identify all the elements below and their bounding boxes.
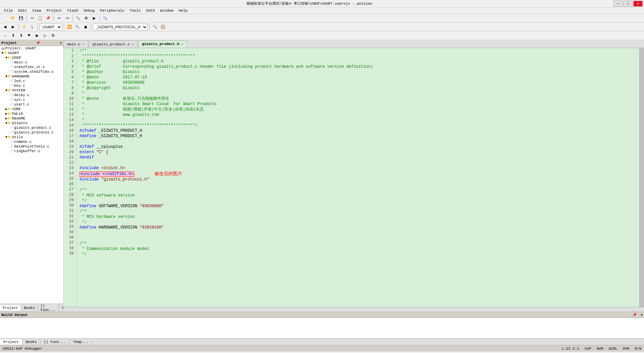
open-button[interactable]: 📂 bbox=[9, 15, 17, 22]
cut-button[interactable]: ✂ bbox=[28, 15, 36, 22]
tree-item-common-c[interactable]: 📄common.c bbox=[0, 139, 63, 144]
tb2-compile[interactable]: 🔧 bbox=[74, 23, 81, 31]
debug-button[interactable]: ▶ bbox=[91, 15, 98, 22]
menu-item-window[interactable]: Window bbox=[158, 8, 176, 13]
tb2-stop[interactable]: ⏹ bbox=[82, 23, 89, 31]
project-tree[interactable]: 🗂 Project: USART ▼📁USART▼📁USER📄main.c📄st… bbox=[0, 46, 63, 304]
tb3-btn4[interactable]: ⚑ bbox=[25, 32, 33, 39]
line-number: 14 bbox=[66, 117, 74, 123]
bottom-tab-1[interactable]: Books bbox=[22, 339, 40, 345]
save-button[interactable]: 💾 bbox=[17, 15, 25, 22]
tab-close-icon[interactable]: ✕ bbox=[83, 42, 85, 46]
tree-item-system-stm32f10x-c[interactable]: 📄system_stm32f10x.c bbox=[0, 69, 63, 74]
menu-item-tools[interactable]: Tools bbox=[127, 8, 143, 13]
tree-label: sys.c bbox=[14, 98, 25, 102]
menu-item-flash[interactable]: Flash bbox=[64, 8, 81, 13]
code-line: #ifdef __cplusplus bbox=[79, 144, 641, 149]
tb3-btn3[interactable]: ⬇ bbox=[17, 32, 25, 39]
panel-tab-project[interactable]: Project bbox=[0, 305, 21, 311]
tree-label: USER bbox=[12, 56, 21, 60]
tree-item-sys-c[interactable]: 📄sys.c bbox=[0, 97, 63, 102]
tb3-btn2[interactable]: ⬆ bbox=[9, 32, 17, 39]
tab-close-icon[interactable]: ✕ bbox=[132, 42, 134, 46]
line-number: 36 bbox=[66, 235, 74, 240]
menu-item-svcs[interactable]: SVCS bbox=[143, 8, 157, 13]
build-button[interactable]: 🔨 bbox=[74, 15, 82, 22]
tb3-btn1[interactable]: → bbox=[1, 32, 9, 39]
build-close-icon[interactable]: ✕ bbox=[640, 313, 643, 317]
close-button[interactable]: ✕ bbox=[633, 1, 643, 7]
tb2-btn2[interactable]: ▶ bbox=[9, 23, 17, 31]
bottom-tab-0[interactable]: Project bbox=[0, 339, 22, 345]
tb2-stepover[interactable]: ⤵ bbox=[28, 23, 36, 31]
tb2-btn1[interactable]: ◀ bbox=[1, 23, 9, 31]
bottom-tab-3[interactable]: Temp... bbox=[69, 339, 92, 345]
tree-root[interactable]: 🗂 Project: USART bbox=[0, 46, 63, 51]
paste-button[interactable]: 📌 bbox=[44, 15, 52, 22]
tree-item-core[interactable]: ▶📁CORE bbox=[0, 107, 63, 111]
code-line: * @author Gizwits bbox=[79, 69, 641, 75]
protocol-select[interactable]: _GIZWITS_PROTOCOL_H bbox=[93, 24, 148, 30]
tb2-step[interactable]: ⚡ bbox=[20, 23, 28, 31]
target-select[interactable]: USART bbox=[39, 24, 62, 30]
undo-button[interactable]: ↩ bbox=[55, 15, 63, 22]
maximize-button[interactable]: □ bbox=[623, 1, 633, 7]
panel-tab-books[interactable]: Books bbox=[21, 305, 38, 311]
tree-item-led-c[interactable]: 📄led.c bbox=[0, 79, 63, 83]
line-number: 10 bbox=[66, 96, 74, 101]
tree-item-utils[interactable]: ▼📁Utils bbox=[0, 135, 63, 139]
tab-gizwits-product-c[interactable]: gizwits_product.c✕ bbox=[89, 40, 138, 48]
code-line bbox=[79, 139, 641, 144]
redo-button[interactable]: ↪ bbox=[63, 15, 71, 22]
code-text[interactable]: /** ************************************… bbox=[77, 48, 644, 307]
menu-item-edit[interactable]: Edit bbox=[15, 8, 29, 13]
panel-close-icon[interactable]: ✕ bbox=[59, 41, 62, 45]
tree-item-gizwits[interactable]: ▼📁Gizwits bbox=[0, 121, 63, 125]
editor-vscroll[interactable] bbox=[639, 48, 644, 307]
menu-item-peripherals[interactable]: Peripherals bbox=[97, 8, 127, 13]
find-button[interactable]: 🔍 bbox=[102, 15, 109, 22]
tb3-btn5[interactable]: ▶ bbox=[33, 32, 41, 39]
menu-item-project[interactable]: Project bbox=[44, 8, 64, 13]
panel-pin-icon[interactable]: 📌 bbox=[36, 41, 40, 45]
tree-item-fwlib[interactable]: ▶📁FWLib bbox=[0, 111, 63, 116]
tb3-btn7[interactable]: ⚙ bbox=[49, 32, 57, 39]
titlebar-title: 移植机智云平台测试\实验4 串口实验\USER\USART.uvprojx - … bbox=[5, 1, 613, 6]
new-button[interactable]: 📄 bbox=[1, 15, 9, 22]
tree-item-usart-c[interactable]: 📄usart.c bbox=[0, 102, 63, 107]
tree-item-usart[interactable]: ▼📁USART bbox=[0, 51, 63, 55]
tree-item-ringbuffer-c[interactable]: 📄ringbuffer.c bbox=[0, 149, 63, 153]
tree-item-system[interactable]: ▼📁SYSTEM bbox=[0, 88, 63, 93]
tree-item-main-c[interactable]: 📄main.c bbox=[0, 60, 63, 65]
tab-main-c[interactable]: main.c✕ bbox=[63, 40, 88, 48]
tree-item-gizwits-protocol-c[interactable]: 📄gizwits_protocol.c bbox=[0, 130, 63, 135]
bottom-tab-2[interactable]: () Func... bbox=[40, 339, 69, 345]
tab-close-icon[interactable]: ✕ bbox=[181, 42, 183, 46]
menu-item-debug[interactable]: Debug bbox=[81, 8, 97, 13]
tree-item-stm32f10x-it-c[interactable]: 📄stm32f10x_it.c bbox=[0, 65, 63, 69]
menu-item-view[interactable]: View bbox=[30, 8, 44, 13]
tree-item-readme[interactable]: ▶📁README bbox=[0, 116, 63, 121]
tb2-search[interactable]: 🔍 bbox=[151, 23, 159, 31]
minimize-button[interactable]: ─ bbox=[613, 1, 623, 7]
tab-gizwits-product-h[interactable]: gizwits_product.h✕ bbox=[138, 40, 187, 48]
tb3-btn6[interactable]: ▷ bbox=[41, 32, 49, 39]
tree-item-key-c[interactable]: 📄key.c bbox=[0, 83, 63, 88]
code-content[interactable]: 1234567891011121314151617181920212223242… bbox=[63, 48, 644, 307]
copy-button[interactable]: 📋 bbox=[36, 15, 44, 22]
build-pin-icon[interactable]: 📌 bbox=[632, 313, 637, 317]
panel-tab-temp---[interactable]: Temp... bbox=[59, 305, 63, 311]
rebuild-button[interactable]: ♻ bbox=[83, 15, 90, 22]
code-hscroll[interactable] bbox=[63, 307, 644, 312]
build-output-content[interactable] bbox=[0, 318, 644, 338]
menu-item-help[interactable]: Help bbox=[176, 8, 190, 13]
tree-item-datapointtools-c[interactable]: 📄dataPointTools.c bbox=[0, 144, 63, 149]
menu-item-file[interactable]: File bbox=[1, 8, 15, 13]
tree-item-hardware[interactable]: ▼📁HARDWARE bbox=[0, 74, 63, 79]
tree-item-gizwits-product-c[interactable]: 📄gizwits_product.c bbox=[0, 125, 63, 130]
tb2-jump[interactable]: ⏩ bbox=[66, 23, 73, 31]
tree-item-user[interactable]: ▼📁USER bbox=[0, 55, 63, 60]
tb2-window[interactable]: 🪟 bbox=[159, 23, 167, 31]
tree-item-delay-c[interactable]: 📄delay.c bbox=[0, 93, 63, 97]
panel-tab----func---[interactable]: () Func... bbox=[38, 303, 59, 312]
